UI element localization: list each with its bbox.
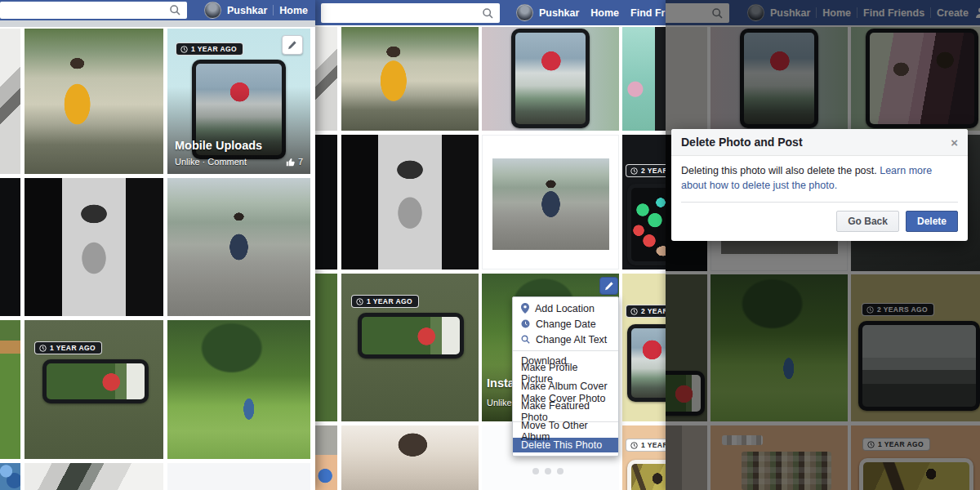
photo-options-menu: Add Location Change Date Change Alt Text… xyxy=(512,296,619,457)
facebook-window-middle: Pushkar Home Find Friends 2 YEARS AGO xyxy=(315,0,666,490)
memory-tile[interactable]: 1 YEAR AGO xyxy=(341,274,479,421)
delete-photo-dialog: Delete Photo and Post × Deleting this ph… xyxy=(671,129,968,241)
facebook-window-left: Pushkar Home 1 YEAR AGO Mobile Uploads U… xyxy=(0,0,315,490)
edit-photo-button[interactable] xyxy=(599,277,618,295)
divider xyxy=(273,5,274,16)
facebook-header: Pushkar Home xyxy=(0,0,315,20)
clock-icon xyxy=(630,167,638,175)
photo-tile[interactable] xyxy=(341,27,479,131)
memory-badge: 1 YEAR AGO xyxy=(626,439,666,452)
dialog-footer: Go Back Delete xyxy=(681,203,958,241)
search-input[interactable] xyxy=(321,3,500,23)
search-icon xyxy=(521,335,530,344)
dialog-message: Deleting this photo will also delete the… xyxy=(681,165,880,176)
memory-badge: 1 YEAR AGO xyxy=(176,42,243,56)
delete-button[interactable]: Delete xyxy=(906,211,958,232)
framed-photo xyxy=(627,324,666,402)
memory-badge: 2 YEARS AGO xyxy=(626,305,666,318)
clock-icon xyxy=(356,298,363,305)
header-nav: Pushkar Home Find Friends xyxy=(516,4,666,21)
dialog-body: Deleting this photo will also delete the… xyxy=(671,156,968,202)
photo-tile[interactable] xyxy=(167,178,310,316)
album-title-partial: Insta xyxy=(487,376,514,390)
photo-tile[interactable] xyxy=(0,463,20,490)
facebook-header: Pushkar Home Find Friends xyxy=(315,0,666,25)
edit-photo-button[interactable] xyxy=(282,35,303,55)
clock-icon xyxy=(39,345,47,352)
photo-tile[interactable]: 2 YEARS AGO xyxy=(622,135,666,270)
photo-tile[interactable] xyxy=(0,178,20,316)
photo-tile[interactable] xyxy=(0,29,20,174)
avatar[interactable] xyxy=(516,4,533,21)
menu-item-change-alt-text[interactable]: Change Alt Text xyxy=(513,332,618,347)
framed-photo xyxy=(627,460,666,490)
find-friends-link[interactable]: Find Friends xyxy=(630,7,666,19)
album-action-partial[interactable]: Unlike xyxy=(487,398,512,408)
close-icon[interactable]: × xyxy=(951,136,958,149)
pencil-icon xyxy=(287,40,297,50)
photo-tile[interactable]: 1 YEAR AGO xyxy=(622,425,666,490)
menu-item-move-to-other-album[interactable]: Move To Other Album xyxy=(513,425,618,439)
location-pin-icon xyxy=(521,303,529,314)
home-link[interactable]: Home xyxy=(590,7,619,19)
thumbs-up-icon xyxy=(286,158,295,167)
photo-tile[interactable] xyxy=(622,27,666,131)
photo-tile[interactable] xyxy=(167,463,310,490)
framed-photo xyxy=(511,29,590,128)
photo xyxy=(492,158,609,250)
search-icon[interactable] xyxy=(170,5,180,16)
modal-overlay xyxy=(666,0,980,490)
memory-badge: 1 YEAR AGO xyxy=(351,295,419,308)
memory-badge: 1 YEAR AGO xyxy=(34,341,102,354)
album-title: Mobile Uploads xyxy=(175,139,262,152)
photo-tile[interactable] xyxy=(315,425,337,490)
clock-icon xyxy=(630,442,638,449)
album-tile-mobile-uploads[interactable]: 1 YEAR AGO Mobile Uploads Unlike · Comme… xyxy=(167,29,310,174)
framed-photo xyxy=(627,184,666,265)
clock-icon xyxy=(521,319,530,328)
facebook-window-right: Pushkar Home Find Friends Create xyxy=(666,0,980,490)
pencil-icon xyxy=(604,281,614,291)
photo-tile[interactable] xyxy=(0,320,20,459)
menu-item-add-location[interactable]: Add Location xyxy=(513,301,618,316)
composite-screenshot: Pushkar Home Find Friends 2 YEARS AGO xyxy=(0,0,980,490)
photo-tile[interactable] xyxy=(167,320,310,459)
home-link[interactable]: Home xyxy=(279,5,308,16)
menu-item-make-profile-picture[interactable]: Make Profile Picture xyxy=(513,368,618,381)
memory-badge: 2 YEARS AGO xyxy=(626,164,666,177)
avatar[interactable] xyxy=(204,2,221,19)
album-actions[interactable]: Unlike · Comment xyxy=(175,157,247,167)
memory-tile[interactable]: 1 YEAR AGO xyxy=(24,320,163,459)
header-nav: Pushkar Home xyxy=(204,2,315,19)
menu-divider xyxy=(513,350,618,351)
search-icon[interactable] xyxy=(483,8,493,19)
framed-photo xyxy=(42,359,149,403)
photo-tile[interactable] xyxy=(24,463,163,490)
photo-tile[interactable] xyxy=(341,135,479,270)
search-input[interactable] xyxy=(0,2,187,19)
clock-icon xyxy=(180,46,188,53)
photo-tile[interactable] xyxy=(315,135,337,270)
photo-tile[interactable] xyxy=(315,274,337,421)
clock-icon xyxy=(630,308,638,315)
dialog-title: Delete Photo and Post xyxy=(681,136,803,149)
photo-tile[interactable] xyxy=(482,27,619,131)
dialog-footer-divider: Go Back Delete xyxy=(681,202,958,241)
photo-tile[interactable]: 2 YEARS AGO xyxy=(622,274,666,421)
photo-tile[interactable] xyxy=(315,27,337,131)
loading-dots xyxy=(532,468,564,474)
menu-item-make-album-cover[interactable]: Make Album Cover xyxy=(513,380,618,393)
photo-tile[interactable] xyxy=(24,178,163,316)
photo-tile[interactable] xyxy=(482,135,619,270)
menu-item-make-featured-photo[interactable]: Make Featured Photo xyxy=(513,405,618,418)
menu-item-change-date[interactable]: Change Date xyxy=(513,316,618,332)
go-back-button[interactable]: Go Back xyxy=(836,211,899,232)
like-count: 7 xyxy=(286,157,303,167)
photo-tile[interactable] xyxy=(341,425,479,490)
framed-photo xyxy=(358,313,464,359)
profile-link[interactable]: Pushkar xyxy=(539,7,579,19)
page-background-strip xyxy=(0,20,315,27)
profile-link[interactable]: Pushkar xyxy=(227,5,267,16)
dialog-header: Delete Photo and Post × xyxy=(671,129,968,156)
photo-tile[interactable] xyxy=(24,29,163,174)
